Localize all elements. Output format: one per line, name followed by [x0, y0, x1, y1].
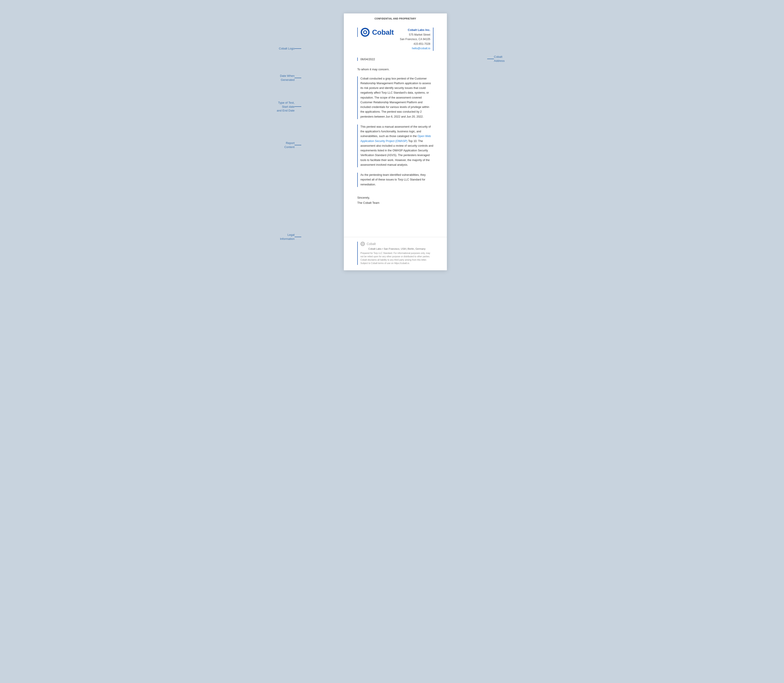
address-city: San Francisco, CA 94105 [400, 37, 430, 42]
para-section-2: This pentest was a manual assessment of … [357, 125, 434, 167]
svg-point-15 [362, 243, 363, 244]
report-content-annotation: Report Content [263, 141, 301, 149]
svg-rect-7 [368, 32, 370, 33]
right-annotations: Cobalt Address [487, 13, 521, 270]
legal-info-annotation: Legal Information [263, 233, 301, 241]
type-of-test-line [294, 106, 301, 107]
logo-address-row: Cobalt Cobalt Labs Inc. 575 Market Stree… [357, 27, 434, 51]
footer-logo-row: Cobalt [360, 242, 434, 246]
cobalt-logo-label: Cobalt Logo [263, 46, 294, 51]
para-section-3: As the pentesting team identified vulner… [357, 173, 434, 187]
cobalt-address-annotation: Cobalt Address [487, 55, 523, 63]
address-section: Cobalt Labs Inc. 575 Market Street San F… [400, 27, 434, 51]
type-of-test-label: Type of Test, Start date and End Date [263, 101, 294, 113]
para2-post: Top 10. The assessment also included a r… [360, 139, 433, 167]
logo-section: Cobalt [357, 27, 394, 37]
signoff-section: Sincerely, The Cobalt Team [357, 195, 434, 205]
svg-point-3 [364, 31, 366, 34]
date-line [294, 78, 301, 78]
document: CONFIDENTIAL AND PROPRIETARY [344, 13, 447, 270]
address-phone: 415-651-7028 [400, 42, 430, 46]
address-email: hello@cobalt.io [400, 46, 430, 51]
date-annotation: Date When Generated [263, 74, 301, 82]
cobalt-logo-line [294, 48, 301, 49]
cobalt-logo-text: Cobalt [372, 28, 394, 37]
document-date: 06/04/2022 [360, 58, 375, 61]
footer-logo-text: Cobalt [367, 242, 376, 246]
report-content-label: Report Content [263, 141, 294, 149]
date-label: Date When Generated [263, 74, 294, 82]
address-street: 575 Market Street [400, 32, 430, 37]
date-section: 06/04/2022 [357, 58, 434, 61]
paragraph-1: Cobalt conducted a gray box pentest of t… [360, 76, 434, 119]
footer-legal-text: Prepared for Torp LLC Standard. For info… [360, 252, 434, 265]
footer-logo-icon [360, 242, 365, 246]
left-annotations: Cobalt Logo Date When Generated Type of … [263, 13, 304, 270]
salutation-text: To whom it may concern. [357, 67, 390, 71]
team-name: The Cobalt Team [357, 200, 434, 205]
legal-info-label: Legal Information [263, 233, 294, 241]
cobalt-address-line [487, 59, 494, 59]
svg-rect-5 [365, 35, 366, 37]
closing-text: Sincerely, [357, 195, 434, 200]
cobalt-logo-icon [360, 27, 370, 37]
legal-info-line [294, 237, 301, 237]
document-footer: Cobalt Cobalt Labs • San Francisco, USA … [344, 237, 447, 270]
address-company: Cobalt Labs Inc. [400, 27, 430, 32]
salutation: To whom it may concern. [357, 67, 434, 71]
svg-rect-4 [365, 28, 366, 29]
banner-text: CONFIDENTIAL AND PROPRIETARY [374, 18, 416, 20]
cobalt-address-label: Cobalt Address [494, 55, 523, 63]
paragraph-2: This pentest was a manual assessment of … [360, 125, 434, 167]
footer-inner: Cobalt Cobalt Labs • San Francisco, USA … [357, 242, 434, 265]
svg-rect-6 [361, 32, 362, 33]
document-banner: CONFIDENTIAL AND PROPRIETARY [344, 13, 447, 23]
para-section-1: Cobalt conducted a gray box pentest of t… [357, 76, 434, 119]
document-content: Cobalt Cobalt Labs Inc. 575 Market Stree… [344, 23, 447, 219]
cobalt-logo-annotation: Cobalt Logo [263, 46, 301, 51]
type-of-test-annotation: Type of Test, Start date and End Date [263, 101, 301, 113]
paragraph-3: As the pentesting team identified vulner… [360, 173, 434, 187]
footer-address-line: Cobalt Labs • San Francisco, USA | Berli… [360, 247, 434, 250]
report-content-line [294, 145, 301, 145]
